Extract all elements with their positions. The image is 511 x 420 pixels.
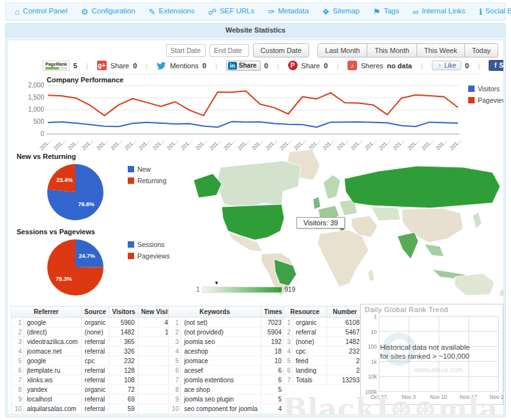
nav-item-tags[interactable]: ⚑Tags [373, 8, 399, 16]
chart-title: Company Performance [47, 76, 123, 84]
cell: google [24, 318, 81, 327]
nav-item-label: Configuration [91, 8, 135, 15]
table-row: 2(direct)(none)14821102 [11, 327, 183, 337]
nav-item-social-bookmarks[interactable]: ℹSocial Bookmarks [479, 8, 511, 16]
facebook-share-button[interactable]: f Share [489, 60, 504, 71]
row-index: 1 [284, 318, 293, 327]
map-region-india[interactable] [397, 232, 418, 259]
cell: 5467 [326, 327, 363, 337]
cell: seo component for joomla [181, 404, 261, 414]
table-row: 7Totals13293 [284, 375, 363, 385]
start-date-input[interactable] [166, 44, 206, 57]
nav-item-label: Extensions [159, 8, 195, 15]
cell: joomla seo [181, 337, 261, 347]
row-index: 10 [11, 404, 24, 414]
cell: organic [81, 385, 109, 394]
pageviews-line [48, 91, 458, 116]
table-row: 5feed2 [284, 356, 363, 366]
cell: 2 [326, 366, 363, 375]
alexa-y-label: 10 [361, 329, 377, 335]
resources-table: ResourceNumber1organic61082referral54673… [283, 306, 363, 385]
cell: landing [293, 366, 327, 375]
linkedin-share-button[interactable]: in Share [226, 61, 261, 71]
cell: 4 [261, 404, 286, 414]
legend-swatch [128, 177, 134, 184]
page-title: Website Statistics [6, 24, 505, 37]
table-row: 8yandexorganic7248 [11, 385, 183, 394]
custom-date-button[interactable]: Custom Date [253, 43, 309, 57]
cell: (not provided) [181, 327, 261, 337]
visitors-world-map[interactable]: Visitors: 39 1 919 ▼ [187, 148, 504, 299]
nav-item-metadata[interactable]: ✑Metadata [268, 8, 309, 16]
table-row: 9joomla seo plugin5 [169, 394, 286, 404]
table-row: 7joomla extentions6 [169, 375, 286, 385]
divider: | [277, 62, 279, 70]
column-header: Source [81, 306, 109, 318]
nav-item-configuration[interactable]: ⚙Configuration [81, 8, 135, 16]
map-region-scandinavia[interactable] [323, 175, 340, 199]
alexa-watermark: www.alexa.com [379, 366, 499, 373]
legend-label: Pageviews [137, 252, 170, 260]
cell: 6108 [326, 318, 363, 327]
chain-link-icon: ∞ [413, 8, 418, 16]
pie-slice-label: 75.3% [56, 276, 72, 282]
alexa-y-label: 100 [361, 343, 377, 350]
map-region-madagascar[interactable] [368, 269, 374, 281]
cell: 108 [109, 375, 139, 385]
facebook-metric: f Share 0 [489, 60, 504, 71]
divider: | [337, 62, 339, 70]
shares-value: no data [387, 62, 412, 70]
map-region-southeast-asia[interactable] [424, 244, 444, 257]
top-nav: ⌂Control Panel⚙Configuration✎Extensions☍… [5, 3, 506, 20]
info-circle-icon: ℹ [479, 8, 482, 16]
pie-title: Sessions vs Pageviews [17, 228, 95, 236]
tag-icon: ⚑ [373, 8, 381, 16]
map-region-alaska[interactable] [194, 174, 222, 198]
alexa-message-line: Historical data not available [380, 343, 501, 352]
map-region-uk[interactable] [313, 197, 321, 209]
this-week-button[interactable]: This Week [416, 43, 465, 57]
today-button[interactable]: Today [464, 43, 498, 57]
map-region-canada[interactable] [217, 161, 301, 208]
table-row: 5googlecpc232179 [11, 356, 183, 366]
map-region-russia[interactable] [344, 166, 500, 208]
row-index: 9 [169, 394, 181, 404]
map-region-japan[interactable] [473, 212, 482, 229]
cell: Totals [293, 375, 327, 385]
y-axis-label: 1,500 [19, 94, 44, 101]
table-row: 3videotrazilica.comreferral365351 [11, 337, 183, 347]
pinterest-value: 0 [324, 62, 328, 70]
row-index: 5 [169, 356, 181, 366]
pie-title: New vs Returning [17, 153, 76, 160]
scale-min-label: 1 [196, 286, 200, 293]
cell: videotrazilica.com [24, 337, 81, 347]
pie-slice-label: 24.7% [79, 253, 95, 259]
social-metrics-row: PageRank 5 | g+ Share 0 | Mentions 0 [43, 59, 479, 75]
map-region-australia[interactable] [455, 273, 494, 296]
y-axis-label: 2,000 [19, 82, 44, 89]
this-month-button[interactable]: This Month [367, 43, 416, 57]
referrers-table: ReferrerSourceVisitorsNew Visitors1googl… [11, 306, 183, 414]
map-region-africa[interactable] [317, 230, 369, 287]
nav-item-label: SEF URLs [220, 8, 254, 15]
cell: 232 [326, 347, 363, 356]
world-map-svg [187, 148, 504, 299]
last-month-button[interactable]: Last Month [317, 43, 367, 57]
row-index: 4 [11, 347, 24, 356]
like-button[interactable]: ☞ Like [432, 61, 461, 70]
map-region-kazakhstan[interactable] [371, 207, 400, 221]
end-date-input[interactable] [210, 44, 249, 57]
cell: 2 [326, 356, 363, 366]
blackjoomla-watermark: BlackJ⊛⊛mla [283, 393, 498, 415]
nav-item-label: Sitemap [333, 8, 360, 15]
cell: (direct) [24, 327, 81, 337]
home-icon: ⌂ [15, 8, 20, 16]
nav-item-control-panel[interactable]: ⌂Control Panel [15, 8, 68, 16]
nav-item-internal-links[interactable]: ∞Internal Links [413, 8, 466, 16]
cell: 5 [261, 385, 286, 394]
nav-item-sef-urls[interactable]: ☍SEF URLs [208, 8, 255, 16]
nav-item-sitemap[interactable]: ❖Sitemap [322, 8, 360, 16]
map-region-new-zealand[interactable] [500, 289, 504, 297]
y-axis: 2,0001,5001,0005000 [19, 76, 44, 140]
nav-item-extensions[interactable]: ✎Extensions [149, 8, 195, 16]
